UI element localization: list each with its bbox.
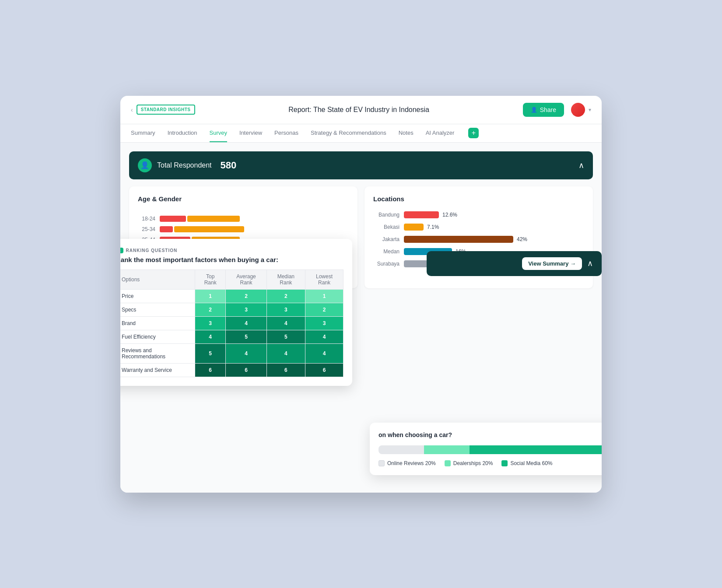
- back-button[interactable]: ‹: [131, 106, 133, 113]
- source-question-card: on when choosing a car? Online Reviews 2…: [370, 423, 602, 475]
- female-bar-2534: [174, 226, 244, 232]
- price-avg: 2: [226, 289, 266, 303]
- table-row: Fuel Efficiency 4 5 5 4: [120, 330, 343, 343]
- dealerships-label: Dealerships 20%: [453, 460, 493, 466]
- age-bars-1824: [160, 216, 240, 222]
- medan-label: Medan: [373, 248, 400, 255]
- age-row-2534: 25-34: [138, 226, 349, 232]
- report-title: Report: The State of EV Industry in Indo…: [288, 106, 429, 114]
- share-button[interactable]: Share: [523, 103, 564, 117]
- jakarta-bar-wrap: 42%: [404, 236, 584, 243]
- table-row: Specs 2 3 3 2: [120, 303, 343, 316]
- brand-top: 3: [195, 316, 226, 330]
- summary-collapse-icon[interactable]: ∧: [587, 259, 593, 268]
- specs-median: 3: [266, 303, 305, 316]
- fuel-top: 4: [195, 330, 226, 343]
- table-row: Brand 3 4 4 3: [120, 316, 343, 330]
- bandung-pct: 12.6%: [442, 212, 457, 218]
- dealerships-legend: Dealerships 20%: [445, 460, 493, 466]
- age-row-1824: 18-24: [138, 216, 349, 222]
- warranty-top: 6: [195, 363, 226, 377]
- social-media-label: Social Media 60%: [510, 460, 552, 466]
- fuel-avg: 5: [226, 330, 266, 343]
- question-badge: 1 RANKING QUESTION: [120, 248, 343, 253]
- social-media-dot: [501, 460, 508, 466]
- browser-window: ‹ STANDARD INSIGHTS Report: The State of…: [120, 96, 602, 493]
- option-warranty: Warranty and Service: [120, 363, 195, 377]
- fuel-median: 5: [266, 330, 305, 343]
- male-bar-1824: [160, 216, 186, 222]
- respondent-count: 580: [221, 160, 237, 171]
- dealerships-dot: [445, 460, 451, 466]
- age-gender-title: Age & Gender: [138, 195, 349, 203]
- nav-tabs: Summary Introduction Survey Interview Pe…: [120, 124, 602, 143]
- option-price: Price: [120, 289, 195, 303]
- price-lowest: 1: [305, 289, 343, 303]
- option-fuel-efficiency: Fuel Efficiency: [120, 330, 195, 343]
- online-reviews-dot: [379, 460, 385, 466]
- col-top-rank: Top Rank: [195, 270, 226, 289]
- location-jakarta: Jakarta 42%: [373, 236, 584, 243]
- reviews-avg: 4: [226, 343, 266, 363]
- price-top: 1: [195, 289, 226, 303]
- ranking-table: Options Top Rank Average Rank Median Ran…: [120, 270, 343, 377]
- source-bar-container: [379, 445, 602, 454]
- jakarta-pct: 42%: [517, 236, 527, 242]
- bekasi-pct: 7.1%: [427, 224, 439, 230]
- question-number: 1: [120, 248, 123, 253]
- respondent-icon: 👤: [138, 158, 152, 172]
- bandung-label: Bandung: [373, 212, 400, 218]
- age-bars-2534: [160, 226, 244, 232]
- fuel-lowest: 4: [305, 330, 343, 343]
- col-median-rank: Median Rank: [266, 270, 305, 289]
- locations-title: Locations: [373, 195, 584, 203]
- table-row: Warranty and Service 6 6 6 6: [120, 363, 343, 377]
- tab-survey[interactable]: Survey: [210, 124, 227, 142]
- male-bar-2534: [160, 226, 173, 232]
- social-media-segment: [470, 445, 602, 454]
- collapse-icon[interactable]: ∧: [578, 161, 584, 170]
- logo-area: ‹ STANDARD INSIGHTS: [131, 105, 195, 115]
- logo-badge: STANDARD INSIGHTS: [137, 105, 195, 115]
- location-bandung: Bandung 12.6%: [373, 211, 584, 218]
- warranty-lowest: 6: [305, 363, 343, 377]
- jakarta-bar: [404, 236, 513, 243]
- option-specs: Specs: [120, 303, 195, 316]
- tab-introduction[interactable]: Introduction: [168, 124, 197, 142]
- col-lowest-rank: Lowest Rank: [305, 270, 343, 289]
- add-tab-button[interactable]: +: [468, 128, 479, 138]
- specs-lowest: 2: [305, 303, 343, 316]
- age-label-2534: 25-34: [138, 226, 155, 232]
- surabaya-label: Surabaya: [373, 261, 400, 267]
- online-reviews-segment: [379, 445, 424, 454]
- source-question-text: on when choosing a car?: [379, 431, 602, 438]
- view-summary-button[interactable]: View Summary →: [522, 257, 582, 270]
- age-label-1824: 18-24: [138, 216, 155, 222]
- bandung-bar-wrap: 12.6%: [404, 211, 584, 218]
- option-reviews: Reviews and Recommendations: [120, 343, 195, 363]
- question-type-label: RANKING QUESTION: [126, 248, 178, 253]
- tab-ai-analyzer[interactable]: AI Analyzer: [426, 124, 455, 142]
- tab-summary[interactable]: Summary: [131, 124, 155, 142]
- content-area: 👤 Total Respondent 580 ∧ Age & Gender 18…: [120, 143, 602, 493]
- tab-interview[interactable]: Interview: [239, 124, 262, 142]
- female-bar-1824: [187, 216, 240, 222]
- tab-strategy[interactable]: Strategy & Recommendations: [311, 124, 386, 142]
- online-reviews-legend: Online Reviews 20%: [379, 460, 436, 466]
- avatar[interactable]: [571, 103, 585, 117]
- view-summary-banner: View Summary → ∧: [427, 251, 602, 276]
- option-brand: Brand: [120, 316, 195, 330]
- tab-notes[interactable]: Notes: [399, 124, 414, 142]
- warranty-avg: 6: [226, 363, 266, 377]
- bekasi-label: Bekasi: [373, 224, 400, 230]
- col-options: Options: [120, 270, 195, 289]
- source-legend: Online Reviews 20% Dealerships 20% Socia…: [379, 460, 602, 466]
- header: ‹ STANDARD INSIGHTS Report: The State of…: [120, 96, 602, 124]
- tab-personas[interactable]: Personas: [274, 124, 298, 142]
- brand-median: 4: [266, 316, 305, 330]
- social-media-legend: Social Media 60%: [501, 460, 552, 466]
- specs-avg: 3: [226, 303, 266, 316]
- chevron-down-icon[interactable]: ▾: [589, 107, 591, 113]
- jakarta-label: Jakarta: [373, 236, 400, 242]
- respondent-banner-left: 👤 Total Respondent 580: [138, 158, 236, 172]
